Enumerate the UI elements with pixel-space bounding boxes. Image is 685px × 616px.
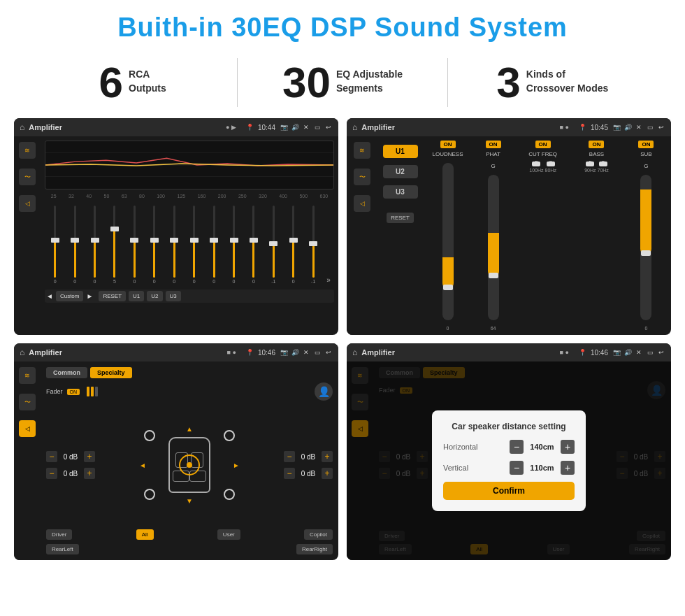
close-icon[interactable]: ✕ [302, 123, 310, 131]
copilot-button[interactable]: Copilot [304, 529, 333, 540]
loudness-on[interactable]: ON [440, 141, 456, 148]
eq-u1-button[interactable]: U1 [129, 291, 144, 301]
speaker-center-dot [187, 462, 192, 468]
eq-icon[interactable]: ≋ [19, 142, 36, 159]
eq-slider-12[interactable]: 0 [284, 206, 302, 284]
crossover-reset-button[interactable]: RESET [387, 213, 414, 223]
speaker-icon-2[interactable]: ◁ [354, 195, 370, 212]
stat-rca: 6 RCA Outputs [42, 61, 223, 104]
rearleft-button[interactable]: RearLeft [46, 544, 79, 554]
vol-minus-3[interactable]: − [284, 451, 295, 462]
confirm-button[interactable]: Confirm [443, 482, 575, 500]
eq-slider-3[interactable]: 5 [106, 206, 123, 284]
eq-slider-0[interactable]: 0 [46, 206, 64, 284]
speaker-icon-3[interactable]: ◁ [19, 420, 36, 437]
vol-plus-2[interactable]: + [84, 468, 95, 479]
eq-slider-7[interactable]: 0 [185, 206, 203, 284]
dialog-overlay: Car speaker distance setting Horizontal … [347, 361, 671, 560]
u3-button[interactable]: U3 [383, 185, 418, 199]
u-buttons-col: U1 U2 U3 RESET [377, 136, 423, 335]
vol-plus-4[interactable]: + [322, 468, 333, 479]
wave-icon[interactable]: 〜 [19, 169, 36, 185]
phat-on[interactable]: ON [486, 141, 501, 148]
eq-next-button[interactable]: ► [86, 292, 93, 300]
vertical-minus[interactable]: − [510, 461, 524, 475]
close-icon-2[interactable]: ✕ [635, 123, 643, 131]
minimize-icon-2[interactable]: ▭ [646, 123, 654, 131]
speaker-tl [144, 430, 155, 441]
u1-button[interactable]: U1 [383, 145, 418, 158]
u2-button[interactable]: U2 [383, 165, 418, 178]
horizontal-row: Horizontal − 140cm + [443, 440, 575, 454]
horizontal-minus[interactable]: − [510, 440, 524, 454]
volume-row-3: − 0 dB + [284, 451, 333, 462]
vol-minus-2[interactable]: − [46, 468, 57, 479]
volume-row-1: − 0 dB + [46, 451, 95, 462]
wave-icon-3[interactable]: 〜 [19, 394, 36, 410]
volume-row-2: − 0 dB + [46, 468, 95, 479]
speaker-icon[interactable]: ◁ [19, 195, 36, 212]
phat-label: PHAT [486, 151, 500, 157]
screen-eq-title: Amplifier [29, 123, 222, 131]
page-title: Buith-in 30EQ DSP Sound System [0, 0, 685, 50]
vol-plus-1[interactable]: + [84, 451, 95, 462]
screen-crossover-content: ≋ 〜 ◁ U1 U2 U3 RESET ON LOUDNESS [347, 136, 671, 335]
sub-on[interactable]: ON [638, 141, 654, 148]
back-icon-4[interactable]: ↩ [657, 348, 665, 357]
eq-u3-button[interactable]: U3 [166, 291, 181, 301]
vol-value-3: 0 dB [298, 453, 319, 461]
tab-common[interactable]: Common [46, 367, 87, 378]
stat-eq: 30 EQ Adjustable Segments [252, 61, 433, 104]
eq-slider-13[interactable]: -1 [304, 206, 322, 284]
cutfreq-on[interactable]: ON [535, 141, 551, 148]
bass-on[interactable]: ON [589, 141, 604, 148]
camera-icon-3: 📷 [280, 348, 288, 357]
vol-minus-1[interactable]: − [46, 451, 57, 462]
back-icon-3[interactable]: ↩ [324, 348, 333, 357]
fader-on-badge[interactable]: ON [67, 389, 80, 395]
screen-crossover-time: 10:45 [591, 124, 608, 131]
eq-slider-4[interactable]: 0 [126, 206, 143, 284]
vertical-plus[interactable]: + [561, 461, 575, 475]
horizontal-plus[interactable]: + [561, 440, 575, 454]
eq-slider-8[interactable]: 0 [205, 206, 222, 284]
home-icon-3[interactable]: ⌂ [20, 348, 24, 357]
vol-minus-4[interactable]: − [284, 468, 295, 479]
eq-slider-2[interactable]: 0 [86, 206, 103, 284]
home-icon-4[interactable]: ⌂ [352, 348, 357, 357]
eq-icon-2[interactable]: ≋ [354, 142, 370, 159]
screen-speaker-topbar: ⌂ Amplifier ■ ● 📍 10:46 📷 🔊 ✕ ▭ ↩ [14, 343, 338, 361]
home-icon-2[interactable]: ⌂ [352, 122, 357, 132]
screen-speaker: ⌂ Amplifier ■ ● 📍 10:46 📷 🔊 ✕ ▭ ↩ ≋ 〜 ◁ [14, 343, 338, 560]
location-icon: 📍 [246, 124, 254, 131]
eq-u2-button[interactable]: U2 [147, 291, 162, 301]
minimize-icon-4[interactable]: ▭ [646, 348, 654, 357]
close-icon-4[interactable]: ✕ [635, 348, 643, 357]
eq-icon-3[interactable]: ≋ [19, 367, 36, 384]
back-icon[interactable]: ↩ [324, 123, 333, 131]
eq-slider-11[interactable]: -1 [265, 206, 282, 284]
close-icon-3[interactable]: ✕ [302, 348, 310, 357]
eq-reset-button[interactable]: RESET [99, 291, 126, 301]
driver-button[interactable]: Driver [46, 529, 72, 540]
screen-eq-time: 10:44 [258, 124, 275, 131]
user-button[interactable]: User [217, 529, 240, 540]
wave-icon-2[interactable]: 〜 [354, 169, 370, 185]
all-button[interactable]: All [136, 529, 154, 540]
eq-slider-5[interactable]: 0 [145, 206, 163, 284]
eq-slider-9[interactable]: 0 [225, 206, 243, 284]
eq-slider-1[interactable]: 0 [66, 206, 83, 284]
eq-slider-6[interactable]: 0 [166, 206, 183, 284]
minimize-icon-3[interactable]: ▭ [313, 348, 322, 357]
tab-specialty[interactable]: Specialty [90, 367, 132, 378]
user-icon[interactable]: 👤 [315, 382, 333, 401]
cutfreq-label: CUT FREQ [528, 151, 557, 157]
eq-slider-10[interactable]: 0 [245, 206, 262, 284]
eq-prev-button[interactable]: ◄ [46, 292, 53, 300]
eq-custom-button[interactable]: Custom [56, 291, 84, 301]
vol-plus-3[interactable]: + [322, 451, 333, 462]
rearright-button[interactable]: RearRight [296, 544, 333, 554]
home-icon[interactable]: ⌂ [20, 122, 24, 132]
back-icon-2[interactable]: ↩ [657, 123, 665, 131]
minimize-icon[interactable]: ▭ [313, 123, 322, 131]
